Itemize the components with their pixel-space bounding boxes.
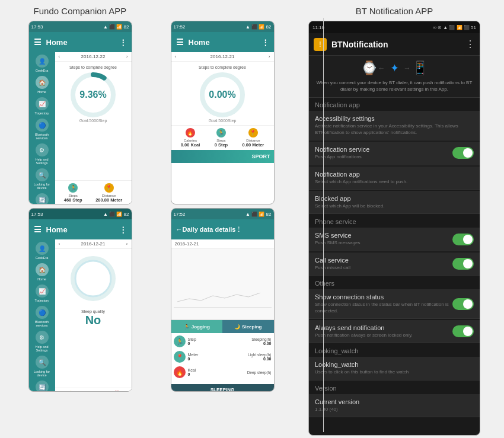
back-icon[interactable]: ← [176,226,183,233]
circle-pct: 9.36% [79,89,106,100]
accessibility-settings-row[interactable]: Accessibility settings Activate notifica… [309,111,480,140]
bt-more-icon[interactable]: ⋮ [465,39,475,50]
looking-watch-title: Looking_watch [315,361,474,368]
tab-sleeping[interactable]: 🌙 Sleeping [222,320,274,333]
kcal-icon: 🔥 [174,366,186,378]
mb-date-nav: 2016-12-21 [171,239,274,249]
bt-header: ! BTNotification ⋮ [309,33,480,56]
middle-col: . 17:52 ▲ ⬛ 📶 82 ☰ Home ⋮ ‹ 2016-12-21 ›… [160,0,285,438]
call-title: Call service [315,257,452,264]
icon-b3: 📈 [36,284,49,298]
mb-icons: ▲ ⬛ 📶 82 [245,212,271,217]
distance-icon: 📍 [104,183,114,193]
notification-app-row[interactable]: Notification app Select which App notifi… [309,167,480,190]
sleeping-label: Sleeping [242,324,261,330]
sidebar-item-b5[interactable]: ⚙Help and Settings [30,331,54,352]
sidebar-item-b4[interactable]: 🔵Bluetooth services [30,306,54,327]
always-send-row[interactable]: Always send notification Push notificati… [309,320,480,343]
menu-icon[interactable]: ☰ [34,37,42,47]
blocked-app-row[interactable]: Blocked app Select which App will be blo… [309,191,480,214]
sidebar-item-b6[interactable]: 🔍Looking for device [30,356,54,377]
nav-next[interactable]: › [126,54,128,59]
more-icon-b[interactable]: ⋮ [119,225,127,234]
date-display: 2016-12-22 [81,54,106,59]
notification-service-toggle[interactable] [452,147,474,159]
bluetooth-icon: 🔵 [36,119,49,132]
call-service-info: Call service Push missed call [315,257,452,271]
looking-section-header: Looking_watch [309,344,480,356]
sms-service-row[interactable]: SMS service Push SMS messages [309,228,480,251]
sync-icon: 🔄 [36,193,49,204]
deep-sleep-stat: 💤 Deep sleep 0.00 Hour [84,391,103,392]
notification-app-title: Notification app [315,171,474,178]
nav-prev-b[interactable]: ‹ [59,241,60,247]
sidebar-item-b2[interactable]: 🏠Home [30,263,54,281]
svg-point-3 [75,261,111,296]
mt-menu[interactable]: ☰ [176,37,184,47]
notification-app-info: Notification app Select which App notifi… [315,171,474,185]
mb-header: ← Daily data details ⋮ [171,219,274,239]
looking-icon: 🔍 [36,168,49,181]
looking-watch-row[interactable]: Looking_watch Users to click on this but… [309,357,480,380]
mt-next[interactable]: › [269,54,270,59]
sidebar-item-b3[interactable]: 📈Trajectory [30,284,54,302]
version-title: Current version [315,398,474,405]
tab-jogging[interactable]: 🏃 Jogging [171,320,223,333]
sidebar-item-geekera[interactable]: 👤 GeekEra [30,55,54,72]
fundo-bottom-phone: 17:53 ▲ ⬛ 📶 82 ☰ Home ⋮ 👤GeekEra 🏠Home 📈… [28,208,132,392]
call-service-row[interactable]: Call service Push missed call [309,252,480,276]
version-info: Current version 1.1.40 (40) [315,398,474,413]
sleeping-icon: 🌙 [234,324,240,330]
fundo-bottom-status-bar: 17:53 ▲ ⬛ 📶 82 [29,209,132,219]
activity-tabs: 🏃 Jogging 🌙 Sleeping [171,320,274,333]
svg-point-2 [73,258,113,299]
sidebar-item-trajectory[interactable]: 📈 Trajectory [30,97,54,115]
mt-sport: SPORT [171,150,274,163]
notification-service-row[interactable]: Notification service Push App notificati… [309,142,480,165]
middle-top-status: 17:52 ▲ ⬛ 📶 82 [171,21,274,32]
mb-status: 17:52 ▲ ⬛ 📶 82 [171,209,274,219]
sidebar-item-b1[interactable]: 👤GeekEra [30,242,54,260]
nav-next-b[interactable]: › [126,241,128,247]
sleep-val: No [85,314,101,327]
mt-more[interactable]: ⋮ [261,38,269,47]
sms-toggle[interactable] [452,234,474,245]
icon-b4: 🔵 [36,306,49,319]
notification-section-header: Notification app [309,98,480,110]
connection-status-row[interactable]: Show connection status Show connection s… [309,289,480,319]
version-section-header: Version [309,381,480,394]
others-header: Others [309,276,480,289]
sidebar-item-help[interactable]: ⚙ Help and Settings [30,143,54,165]
call-toggle[interactable] [452,258,474,270]
mt-stats: 🔥 Calories 0.00 Kcal 🏃 Steps 0 Step 📍 Di… [171,125,274,150]
sidebar-item-looking[interactable]: 🔍 Looking for device [30,168,54,190]
toggle-knob-3 [463,259,473,268]
mt-time: 17:52 [174,24,186,30]
bluetooth-hero-icon: ✦ [390,62,399,75]
always-send-toggle[interactable] [452,325,474,337]
mt-date: 2016-12-21 [210,54,235,59]
phone-hero-icon: 📱 [412,60,428,76]
version-row: Current version 1.1.40 (40) [309,394,480,417]
bt-status-bar: 11:16 ∞ ⊙ ▲ ⬛ 📶 ⬛ 51 [309,21,480,33]
sidebar-item-sync[interactable]: 🔄 Synchronous Data [30,193,54,204]
bt-header-title: BTNotification [331,40,465,49]
bt-hero: ⌚ ← ✦ → 📱 When you connect your device b… [309,56,480,98]
sidebar-item-b7[interactable]: 🔄Synchronous Data [30,381,54,392]
status-time: 17:53 [31,24,43,30]
header-title-b: Home [46,225,68,234]
conn-status-toggle[interactable] [452,298,474,310]
accessibility-info: Accessibility settings Activate notifica… [315,115,474,136]
mb-time: 17:52 [174,212,186,217]
sms-service-info: SMS service Push SMS messages [315,232,452,246]
icon-b6: 🔍 [36,356,49,369]
sidebar-item-home[interactable]: 🏠 Home [30,76,54,94]
more-icon[interactable]: ⋮ [119,38,127,47]
fundo-col: Fundo Companion APP 17:53 ▲ ⬛ 📶 82 ☰ Hom… [0,0,160,438]
mb-more[interactable]: ⋮ [235,226,242,234]
nav-prev[interactable]: ‹ [59,54,60,59]
sidebar-item-bluetooth[interactable]: 🔵 Bluetooth services [30,119,54,140]
menu-icon-b[interactable]: ☰ [34,225,42,234]
accessibility-title: Accessibility settings [315,115,474,122]
mt-prev[interactable]: ‹ [175,54,177,59]
